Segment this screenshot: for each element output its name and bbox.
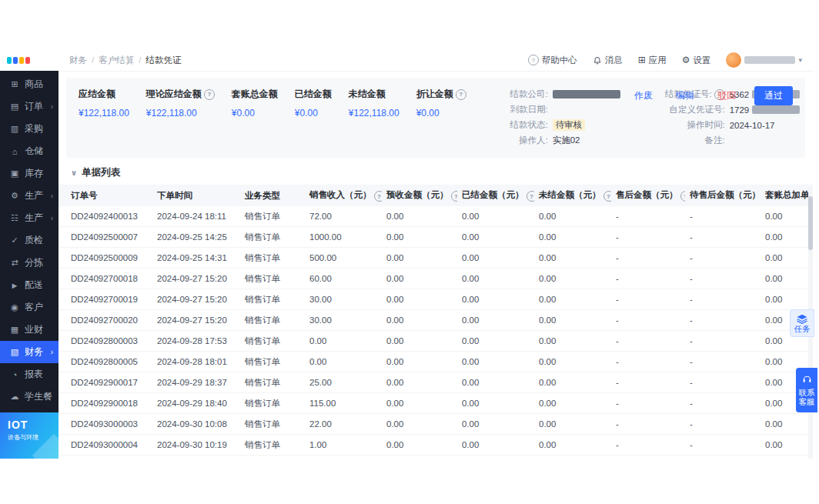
table-cell: 2024-09-28 18:01 [152,352,240,372]
table-cell: - [611,331,685,352]
table-cell: 0.00 [382,206,457,227]
breadcrumb-separator: / [139,55,141,65]
table-cell: 销售订单 [240,456,305,459]
settings-button[interactable]: ⚙ 设置 [682,55,711,66]
messages-button[interactable]: 消息 [593,55,623,66]
sidebar-item-student-meals[interactable]: ☁学生餐 [0,386,58,408]
column-info-icon[interactable]: ? [451,191,458,202]
sidebar-item-biz-finance[interactable]: ▦业财 [0,319,58,341]
bell-icon [593,55,602,65]
edit-button[interactable]: 编辑 [671,88,699,103]
table-row[interactable]: DD240927000202024-09-27 15:20销售订单30.000.… [58,310,813,331]
apps-button[interactable]: ⊞ 应用 [638,55,667,66]
column-info-icon[interactable]: ? [680,191,686,202]
table-row[interactable]: DD240928000032024-09-28 17:53销售订单0.000.0… [58,331,813,352]
detail-field: 操作人:实施02 [497,135,620,146]
table-cell: 0.00 [534,372,611,393]
column-header: 下单时间 [152,185,240,206]
column-info-icon[interactable]: ? [526,191,535,202]
breadcrumb-item-1[interactable]: 客户结算 [99,55,134,66]
detail-value-text: 2024-10-17 [730,121,775,130]
sidebar-item-customers[interactable]: ◉客户 [0,296,58,319]
table-cell: 2024-09-30 10:08 [152,414,240,435]
table-row[interactable]: DD240927000192024-09-27 15:20销售订单30.000.… [58,289,813,310]
metric-info-icon[interactable]: ? [456,89,466,100]
table-row[interactable]: DD240927000182024-09-27 15:20销售订单60.000.… [58,269,813,289]
sidebar-item-production-1[interactable]: ⚙生产› [0,185,58,207]
detail-label: 自定义凭证号: [659,104,725,115]
sidebar-item-label: 质检 [25,234,53,247]
table-row[interactable]: DD240924000132024-09-24 18:11销售订单72.000.… [58,206,813,227]
column-info-icon[interactable]: ? [603,191,612,202]
table-row[interactable]: DD240930000032024-09-30 10:08销售订单22.000.… [58,414,813,435]
sidebar-item-orders[interactable]: ▤订单› [0,95,58,118]
metric-value: ¥122,118.00 [349,108,399,118]
detail-label: 操作人: [497,135,548,146]
table-cell: 销售订单 [240,393,305,414]
sidebar-item-finance[interactable]: ▧财务› [0,341,58,363]
order-number-cell: DD24092500007 [58,227,152,248]
column-info-icon[interactable]: ? [374,191,383,202]
table-row[interactable]: DD240928000052024-09-28 18:01销售订单0.000.0… [58,352,813,372]
support-fab-button[interactable]: 联系客服 [796,368,817,412]
logo-bar [13,57,18,64]
avatar [726,52,741,68]
user-menu[interactable]: ▾ [726,52,802,68]
sidebar-iot-banner[interactable]: IOT 设备与环境 [0,412,58,459]
help-center-button[interactable]: ? 帮助中心 [528,55,577,66]
table-cell: 2024-09-27 15:20 [152,269,240,289]
table-cell: 销售订单 [240,414,305,435]
table-cell: 0.00 [534,331,611,352]
sidebar-item-delivery[interactable]: ►配送 [0,274,58,296]
sidebar-item-purchase[interactable]: ▥采购 [0,118,58,140]
sidebar-item-label: 报表 [25,368,53,381]
order-number-cell: DD24092900017 [58,372,152,393]
table-cell: 25.00 [305,372,382,393]
sidebar-item-sorting[interactable]: ⇄分拣 [0,252,58,274]
column-header-label: 未结金额（元） [539,190,601,199]
collapse-chevron-icon[interactable]: ∨ [71,169,77,177]
table-cell: 0.00 [534,456,611,459]
table-row[interactable]: DD240930000042024-09-30 10:19销售订单1.000.0… [58,435,813,456]
task-fab-button[interactable]: 任务 [790,309,814,337]
table-cell: 0.00 [305,331,382,352]
order-number-cell: DD24093000005 [58,456,152,459]
table-body: DD240924000132024-09-24 18:11销售订单72.000.… [58,206,813,459]
breadcrumb-item-0[interactable]: 财务 [69,55,87,66]
table-row[interactable]: DD240930000052024-09-30 12:14销售订单0.000.0… [58,456,813,459]
table-cell: 2024-09-24 18:11 [152,206,240,227]
status-tag: 待审核 [553,119,586,131]
table-cell: 0.00 [382,310,457,331]
column-header-label: 待售后金额（元） [690,190,760,199]
metric-value: ¥122,118.00 [146,108,215,118]
sidebar-item-production-2[interactable]: ☷生产› [0,207,58,229]
biz-finance-icon: ▦ [9,325,20,335]
sidebar-item-label: 客户 [25,301,53,314]
reject-button[interactable]: 驳回 [713,88,740,103]
sidebar-item-quality[interactable]: ✓质检 [0,229,58,252]
customers-icon: ◉ [9,302,20,312]
metric-info-icon[interactable]: ? [204,89,215,100]
sidebar-item-inventory[interactable]: ▣库存 [0,162,58,185]
detail-value-text: 实施02 [553,135,580,146]
table-cell: 1000.00 [305,227,382,248]
table-cell: 0.00 [457,456,534,459]
table-cell: 0.00 [382,248,457,269]
sidebar-item-reports[interactable]: ◔报表 [0,363,58,386]
metric-value: ¥0.00 [416,108,466,118]
table-row[interactable]: DD240925000072024-09-25 14:25销售订单1000.00… [58,227,813,248]
table-cell: 销售订单 [240,269,305,289]
sidebar-item-goods[interactable]: ⊞商品 [0,73,58,95]
scrollbar-thumb[interactable] [808,196,813,250]
detail-label: 操作时间: [659,119,725,131]
table-cell: 0.00 [382,227,457,248]
sidebar-item-warehouse[interactable]: ⌂仓储 [0,140,58,162]
orders-icon: ▤ [9,102,20,112]
table-row[interactable]: DD240929000182024-09-29 18:40销售订单115.000… [58,393,813,414]
table-cell: 销售订单 [240,206,305,227]
table-row[interactable]: DD240929000172024-09-29 18:37销售订单25.000.… [58,372,813,393]
approve-button[interactable]: 通过 [754,86,793,105]
void-button[interactable]: 作废 [630,88,657,103]
table-row[interactable]: DD240925000092024-09-25 14:31销售订单500.000… [58,248,813,269]
breadcrumb: 财务/客户结算/结款凭证 [69,55,181,66]
